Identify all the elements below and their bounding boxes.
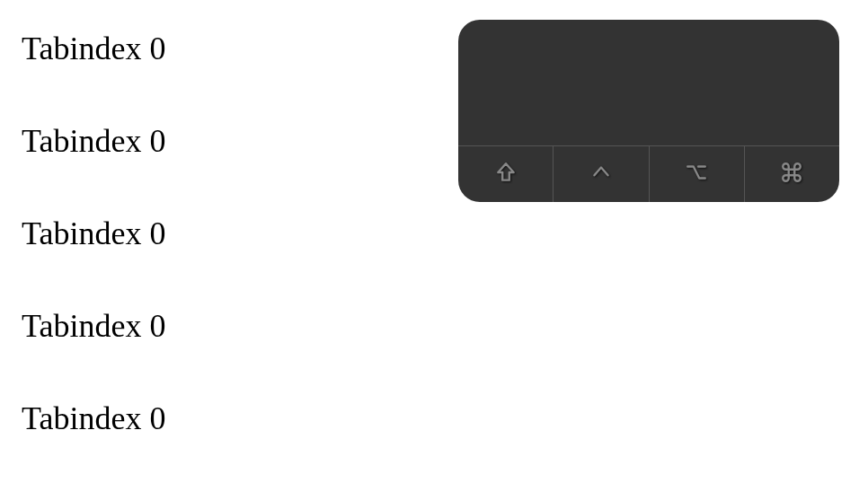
modifier-keys-row	[458, 146, 839, 202]
shift-key[interactable]	[458, 146, 554, 202]
panel-display-area[interactable]	[458, 20, 839, 146]
tabindex-item[interactable]: Tabindex 0	[22, 310, 868, 342]
option-key[interactable]	[650, 146, 745, 202]
control-icon	[589, 161, 613, 188]
shift-icon	[494, 161, 518, 188]
modifier-key-panel	[458, 20, 839, 202]
tabindex-item[interactable]: Tabindex 0	[22, 217, 868, 250]
command-icon	[780, 161, 803, 188]
tabindex-item[interactable]: Tabindex 0	[22, 402, 868, 435]
command-key[interactable]	[745, 146, 839, 202]
control-key[interactable]	[554, 146, 649, 202]
option-icon	[685, 161, 708, 188]
